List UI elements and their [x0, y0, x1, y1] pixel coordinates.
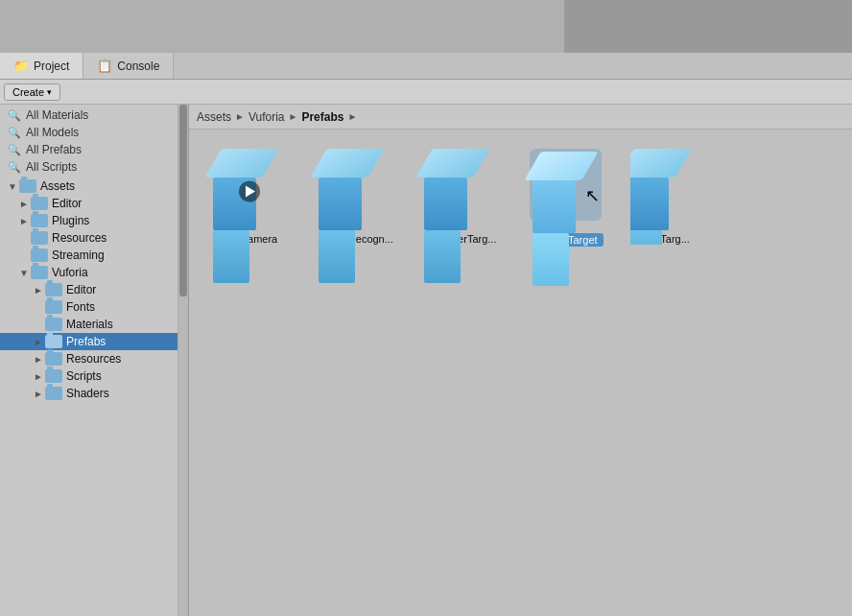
tree-label-plugins: Plugins	[52, 214, 89, 227]
folder-icon-scripts	[45, 369, 62, 383]
top-bar	[0, 0, 852, 53]
create-arrow: ▾	[47, 87, 52, 97]
cube-left-multitarg	[630, 178, 669, 230]
tree-item-shaders[interactable]: ► Shaders	[0, 385, 188, 402]
play-overlay-arcamera	[239, 180, 260, 201]
tree-item-materials[interactable]: Materials	[0, 316, 188, 333]
arrow-assets: ▼	[8, 181, 19, 192]
search-prefabs-label: All Prefabs	[26, 143, 82, 156]
tree-item-plugins[interactable]: ► Plugins	[0, 212, 188, 229]
asset-imagetarget[interactable]: ↖ ImageTarget	[525, 149, 611, 247]
search-materials-label: All Materials	[26, 108, 88, 122]
asset-grid: ARCamera CloudRecogn...	[189, 130, 852, 616]
tree-label-resources: Resources	[52, 231, 106, 245]
tree-item-vuforia[interactable]: ▼ Vuforia	[0, 264, 188, 281]
arrow-shaders: ►	[34, 389, 45, 399]
tab-project[interactable]: 📁 Project	[0, 53, 83, 79]
cube-right-multitarg	[630, 230, 662, 245]
cube-left-cylindertarg	[424, 178, 467, 230]
folder-icon-shaders	[45, 387, 62, 400]
cube-top-imagetarget	[524, 152, 598, 180]
scrollbar-thumb[interactable]	[179, 105, 187, 296]
tree-label-fonts: Fonts	[66, 300, 95, 314]
cube-cylindertarg	[424, 149, 501, 225]
arrow-editor: ►	[19, 199, 31, 209]
tree-label-vuforia: Vuforia	[52, 266, 88, 279]
search-all-scripts[interactable]: 🔍 All Scripts	[0, 158, 188, 176]
search-scripts-label: All Scripts	[26, 160, 77, 174]
main-content: 🔍 All Materials 🔍 All Models 🔍 All Prefa…	[0, 105, 852, 616]
asset-multitarg[interactable]: MultiTarg...	[630, 149, 698, 245]
asset-arcamera[interactable]: ARCamera	[208, 149, 295, 245]
cube-right-arcamera	[213, 230, 249, 283]
folder-icon-vuforia-resources	[45, 352, 62, 366]
folder-icon-materials	[45, 318, 62, 331]
tab-bar: 📁 Project 📋 Console	[0, 53, 852, 80]
search-models-label: All Models	[26, 126, 79, 139]
tree-item-streaming[interactable]: Streaming	[0, 247, 188, 264]
tree-item-fonts[interactable]: Fonts	[0, 298, 188, 316]
cube-wrapper-cloudrecogn	[319, 149, 390, 221]
arrow-prefabs: ►	[34, 337, 45, 347]
breadcrumb-assets[interactable]: Assets	[197, 110, 231, 124]
search-icon-4: 🔍	[8, 161, 21, 174]
breadcrumb-vuforia[interactable]: Vuforia	[248, 110, 285, 124]
search-all-models[interactable]: 🔍 All Models	[0, 124, 188, 141]
folder-icon-editor	[31, 197, 48, 210]
arrow-vuforia-resources: ►	[34, 354, 45, 365]
breadcrumb-sep-2: ►	[289, 111, 298, 122]
breadcrumb-prefabs[interactable]: Prefabs	[301, 110, 343, 124]
cube-cloudrecogn	[319, 149, 395, 225]
tree-label-assets: Assets	[40, 179, 75, 193]
tree-scrollbar[interactable]	[178, 105, 188, 616]
tree-item-vuforia-resources[interactable]: ► Resources	[0, 350, 188, 367]
asset-cylindertarg[interactable]: CylinderTarg...	[419, 149, 506, 245]
toolbar: Create ▾	[0, 80, 852, 105]
tree-item-scripts[interactable]: ► Scripts	[0, 367, 188, 385]
cube-left-cloudrecogn	[319, 178, 362, 230]
play-triangle-arcamera	[246, 185, 255, 197]
cube-top-multitarg	[630, 149, 692, 178]
cube-imagetarget: ↖	[530, 149, 606, 225]
folder-icon-vuforia-editor	[45, 283, 62, 296]
cube-multitarg	[630, 149, 698, 225]
cube-right-cloudrecogn	[319, 230, 355, 283]
top-bar-right-panel	[564, 0, 852, 53]
arrow-plugins: ►	[19, 216, 31, 226]
folder-icon-streaming	[31, 249, 48, 262]
tab-console[interactable]: 📋 Console	[83, 53, 174, 79]
tree-label-editor: Editor	[52, 197, 82, 210]
tree-item-prefabs[interactable]: ► Prefabs	[0, 333, 188, 350]
cube-wrapper-multitarg	[630, 149, 698, 221]
tree-item-resources[interactable]: Resources	[0, 229, 188, 247]
asset-cloudrecogn[interactable]: CloudRecogn...	[314, 149, 400, 245]
cube-left-imagetarget	[532, 180, 576, 233]
search-icon-1: 🔍	[8, 109, 21, 122]
tree-item-assets[interactable]: ▼ Assets	[0, 178, 188, 195]
arrow-scripts: ►	[34, 371, 45, 382]
cube-wrapper-arcamera	[213, 149, 285, 221]
cube-top-cloudrecogn	[310, 149, 384, 178]
search-items-group: 🔍 All Materials 🔍 All Models 🔍 All Prefa…	[0, 105, 188, 178]
cube-right-imagetarget	[532, 233, 569, 286]
project-tree: 🔍 All Materials 🔍 All Models 🔍 All Prefa…	[0, 105, 188, 616]
tree-item-vuforia-editor[interactable]: ► Editor	[0, 281, 188, 298]
folder-icon-fonts	[45, 300, 62, 314]
search-all-prefabs[interactable]: 🔍 All Prefabs	[0, 141, 188, 158]
console-tab-icon: 📋	[97, 59, 112, 73]
tree-item-editor[interactable]: ► Editor	[0, 195, 188, 212]
cube-top-arcamera	[204, 149, 278, 178]
cube-wrapper-cylindertarg	[424, 149, 496, 221]
right-panel: Assets ► Vuforia ► Prefabs ►	[189, 105, 852, 616]
cube-right-cylindertarg	[424, 230, 461, 283]
tree-label-vuforia-resources: Resources	[66, 352, 121, 366]
search-all-materials[interactable]: 🔍 All Materials	[0, 107, 188, 124]
tree-label-materials: Materials	[66, 318, 113, 331]
folder-icon-plugins	[31, 214, 48, 227]
folder-icon-assets	[19, 179, 36, 193]
create-label: Create	[12, 86, 44, 98]
arrow-vuforia: ▼	[19, 268, 31, 278]
create-button[interactable]: Create ▾	[4, 83, 60, 101]
breadcrumb-tail-arrow: ►	[347, 111, 357, 122]
cube-arcamera	[213, 149, 290, 225]
